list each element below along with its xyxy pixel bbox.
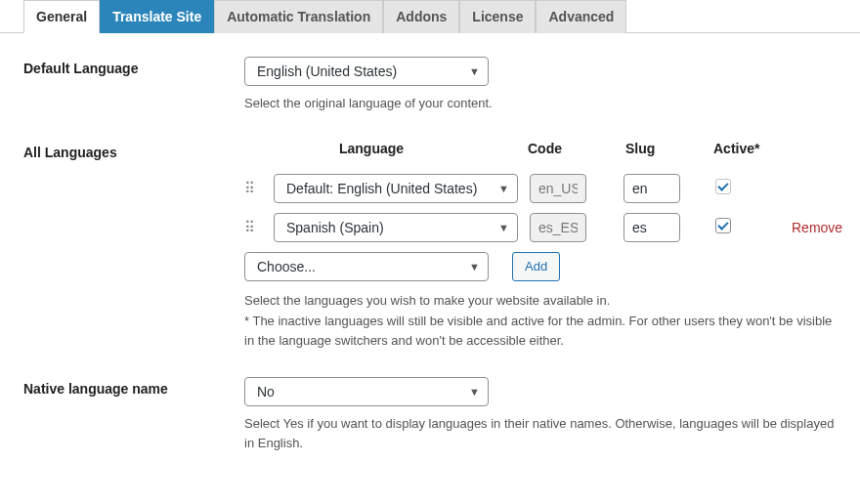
select-language-value: Spanish (Spain): [286, 220, 384, 235]
header-active: Active*: [713, 141, 772, 156]
row-default-language: Default Language English (United States)…: [23, 57, 837, 113]
languages-table-header: Language Code Slug Active*: [244, 141, 842, 156]
helper-all-languages-1: Select the languages you wish to make yo…: [244, 291, 842, 311]
row-all-languages: All Languages Language Code Slug Active*…: [23, 141, 837, 351]
tabs-nav: General Translate Site Automatic Transla…: [0, 0, 860, 33]
select-default-language[interactable]: English (United States) ▼: [244, 57, 489, 86]
helper-native-language-name: Select Yes if you want to display langua…: [244, 414, 837, 452]
remove-link[interactable]: Remove: [792, 220, 842, 235]
tab-automatic-translation[interactable]: Automatic Translation: [214, 0, 383, 33]
chevron-down-icon: ▼: [469, 261, 480, 273]
select-default-language-value: English (United States): [257, 63, 397, 79]
select-native-language-name[interactable]: No ▼: [244, 377, 489, 406]
select-native-language-value: No: [257, 384, 275, 399]
tab-translate-site[interactable]: Translate Site: [100, 0, 214, 33]
tab-general[interactable]: General: [23, 0, 100, 33]
drag-handle-icon[interactable]: ⠿: [244, 219, 254, 235]
chevron-down-icon: ▼: [498, 183, 509, 194]
select-language-row[interactable]: Default: English (United States) ▼: [274, 174, 518, 203]
slug-input[interactable]: [624, 174, 680, 203]
languages-table: Language Code Slug Active* ⠿ Default: En…: [244, 141, 842, 281]
code-input: [530, 174, 586, 203]
drag-handle-icon[interactable]: ⠿: [244, 180, 254, 196]
tab-addons[interactable]: Addons: [383, 0, 459, 33]
table-row: ⠿ Spanish (Spain) ▼ Remove: [244, 213, 842, 242]
add-button[interactable]: Add: [512, 252, 560, 281]
chevron-down-icon: ▼: [469, 386, 480, 398]
header-language: Language: [274, 141, 528, 156]
table-row: ⠿ Default: English (United States) ▼: [244, 174, 842, 203]
select-choose-language[interactable]: Choose... ▼: [244, 252, 489, 281]
table-row-add: Choose... ▼ Add: [244, 252, 842, 281]
select-language-value: Default: English (United States): [286, 181, 477, 196]
header-code: Code: [528, 141, 604, 156]
tab-license[interactable]: License: [459, 0, 536, 33]
row-native-language-name: Native language name No ▼ Select Yes if …: [23, 377, 837, 452]
select-choose-value: Choose...: [257, 259, 316, 274]
label-default-language: Default Language: [23, 57, 244, 76]
chevron-down-icon: ▼: [469, 65, 480, 77]
helper-default-language: Select the original language of your con…: [244, 94, 837, 113]
chevron-down-icon: ▼: [498, 222, 509, 233]
header-slug: Slug: [622, 141, 696, 156]
label-all-languages: All Languages: [23, 141, 244, 160]
helper-all-languages-2: * The inactive languages will still be v…: [244, 312, 842, 350]
settings-content: Default Language English (United States)…: [0, 32, 860, 452]
label-native-language-name: Native language name: [23, 377, 244, 397]
select-language-row[interactable]: Spanish (Spain) ▼: [274, 213, 518, 242]
active-checkbox[interactable]: [715, 218, 731, 233]
code-input: [530, 213, 586, 242]
tab-advanced[interactable]: Advanced: [536, 0, 626, 33]
slug-input[interactable]: [624, 213, 680, 242]
active-checkbox[interactable]: [715, 179, 731, 194]
